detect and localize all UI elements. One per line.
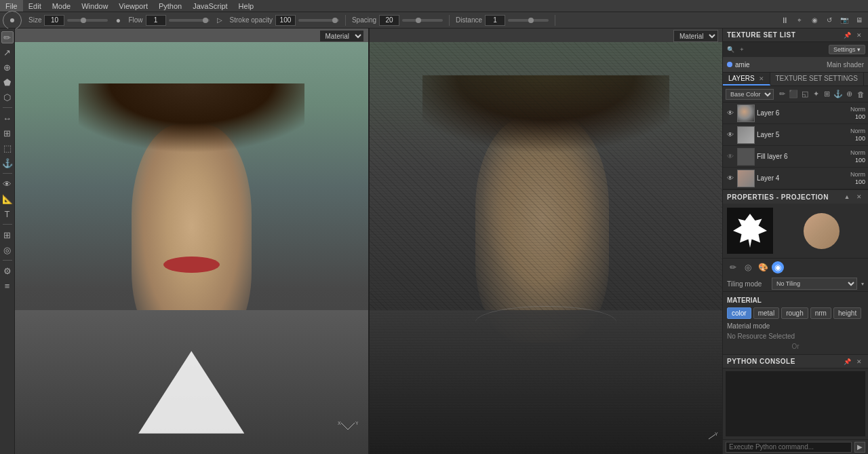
- spacing-slider[interactable]: [402, 19, 443, 22]
- layers-effect-icon[interactable]: ✦: [812, 89, 821, 100]
- layer-item-fill-6[interactable]: 👁 Fill layer 6 Norm 100: [723, 146, 868, 168]
- layer-6-vis-icon[interactable]: 👁: [726, 109, 735, 118]
- tsl-item[interactable]: amie Main shader: [723, 57, 868, 72]
- viewport-right-dropdown[interactable]: Material: [673, 30, 718, 42]
- eye-tool[interactable]: 👁: [1, 178, 14, 190]
- measure-tool[interactable]: 📐: [1, 193, 14, 205]
- polygon-tool[interactable]: ⬡: [1, 91, 14, 103]
- brush-shape: [733, 214, 767, 248]
- properties-face-thumb: [804, 213, 840, 249]
- menu-help[interactable]: Help: [233, 0, 260, 12]
- paint-tool[interactable]: ✏: [1, 31, 14, 43]
- properties-icons-row: ✏ ◎ 🎨 ◉: [723, 258, 868, 276]
- transform-tool[interactable]: ↔: [1, 112, 14, 124]
- layers-tool[interactable]: ≡: [1, 280, 14, 292]
- layers-anchor-icon[interactable]: ⚓: [833, 89, 843, 100]
- tsl-add-icon[interactable]: +: [737, 45, 747, 54]
- mat-tag-metal[interactable]: metal: [753, 307, 779, 319]
- smudge-tool[interactable]: ↗: [1, 46, 14, 58]
- layer-item-5[interactable]: 👁 Layer 5 Norm 100: [723, 124, 868, 146]
- python-run-btn[interactable]: ▶: [854, 442, 865, 453]
- brush-settings-icon[interactable]: ⌖: [793, 14, 806, 26]
- properties-close-icon[interactable]: ✕: [854, 192, 864, 202]
- layers-add-fill-icon[interactable]: ⬛: [789, 89, 798, 100]
- selection-tool[interactable]: ⬚: [1, 142, 14, 154]
- menu-file[interactable]: File: [0, 0, 23, 12]
- canvas-right-bg[interactable]: Y: [370, 29, 723, 454]
- fill-tool[interactable]: ⬟: [1, 76, 14, 88]
- layer-6-opacity: 100: [855, 113, 865, 120]
- anchor-tool[interactable]: ⚓: [1, 157, 14, 169]
- text-tool[interactable]: T: [1, 208, 14, 220]
- tsl-search-icon[interactable]: 🔍: [726, 45, 735, 54]
- size-slider[interactable]: [67, 19, 108, 22]
- history-icon[interactable]: ↺: [823, 14, 835, 26]
- svg-line-1: [341, 423, 348, 430]
- tab-layers[interactable]: LAYERS ✕: [723, 73, 770, 86]
- texture-set-close-icon[interactable]: ✕: [854, 31, 864, 40]
- canvas-area: Material: [15, 29, 722, 454]
- flow-icon[interactable]: ▷: [214, 14, 226, 26]
- spacing-input[interactable]: [379, 15, 399, 26]
- menu-window[interactable]: Window: [76, 0, 113, 12]
- color-icon[interactable]: ◉: [808, 14, 821, 26]
- tab-texture-set-settings[interactable]: TEXTURE SET SETTINGS: [770, 73, 865, 86]
- menu-viewport[interactable]: Viewport: [113, 0, 153, 12]
- monitor-icon[interactable]: 🖥: [853, 14, 865, 26]
- properties-title: PROPERTIES - PROJECTION: [727, 193, 829, 201]
- flow-slider[interactable]: [169, 19, 210, 22]
- prop-circle-icon[interactable]: ◎: [742, 261, 754, 273]
- tsl-item-shader: Main shader: [827, 61, 864, 69]
- crop-tool[interactable]: ⊞: [1, 127, 14, 139]
- properties-collapse-icon[interactable]: ▲: [842, 192, 852, 202]
- layer-4-vis-icon[interactable]: 👁: [726, 174, 735, 183]
- settings-tool[interactable]: ⚙: [1, 265, 14, 277]
- clone-tool[interactable]: ⊕: [1, 61, 14, 73]
- layers-delete-icon[interactable]: 🗑: [856, 89, 865, 100]
- canvas-left-bg[interactable]: Y X: [15, 29, 368, 454]
- layers-instance-icon[interactable]: ⊕: [845, 89, 854, 100]
- tiling-dropdown[interactable]: No Tiling: [772, 278, 857, 290]
- layers-group-icon[interactable]: ⊞: [823, 89, 831, 100]
- layer-item-4[interactable]: 👁 Layer 4 Norm 100: [723, 168, 868, 189]
- fill-layer-6-vis-icon[interactable]: 👁: [726, 152, 735, 162]
- menu-python[interactable]: Python: [153, 0, 187, 12]
- mat-tag-nrm[interactable]: nrm: [810, 307, 831, 319]
- layers-blend-dropdown[interactable]: Base Color: [726, 89, 774, 100]
- layers-mask-icon[interactable]: ◱: [800, 89, 809, 100]
- distance-slider[interactable]: [508, 19, 549, 22]
- layer-5-blend: Norm: [850, 128, 865, 134]
- mat-tag-color[interactable]: color: [727, 307, 751, 319]
- stroke-opacity-input[interactable]: [275, 15, 296, 26]
- layer-4-blend: Norm: [850, 171, 865, 178]
- size-input[interactable]: [44, 15, 64, 26]
- python-close-icon[interactable]: ✕: [854, 357, 864, 366]
- flow-input[interactable]: [146, 15, 166, 26]
- prop-color-icon[interactable]: 🎨: [757, 261, 769, 273]
- prop-texture-icon[interactable]: ◉: [772, 261, 784, 273]
- python-input[interactable]: [726, 442, 852, 453]
- menu-mode[interactable]: Mode: [47, 0, 77, 12]
- tab-layers-close[interactable]: ✕: [759, 75, 764, 82]
- layers-add-paint-icon[interactable]: ✏: [778, 89, 787, 100]
- mat-tag-rough[interactable]: rough: [781, 307, 808, 319]
- texture-set-pin-icon[interactable]: 📌: [842, 31, 852, 40]
- environment-tool[interactable]: ◎: [1, 244, 14, 256]
- python-pin-icon[interactable]: 📌: [842, 357, 852, 366]
- camera-icon[interactable]: 📷: [838, 14, 850, 26]
- tsl-settings-btn[interactable]: Settings ▾: [829, 45, 865, 54]
- menu-javascript[interactable]: JavaScript: [187, 0, 233, 12]
- layer-item-6[interactable]: 👁 Layer 6 Norm 100: [723, 102, 868, 124]
- viewport-left-dropdown[interactable]: Material: [319, 30, 364, 42]
- stroke-opacity-slider[interactable]: [298, 19, 339, 22]
- tool-sep-2: [3, 173, 12, 174]
- menu-edit[interactable]: Edit: [23, 0, 47, 12]
- pause-icon[interactable]: ⏸: [778, 14, 791, 26]
- grid-tool[interactable]: ⊞: [1, 229, 14, 241]
- material-or-row: Or: [723, 341, 868, 352]
- prop-brush-icon[interactable]: ✏: [727, 261, 739, 273]
- layer-5-vis-icon[interactable]: 👁: [726, 130, 735, 140]
- distance-input[interactable]: [485, 15, 505, 26]
- mat-tag-height[interactable]: height: [833, 307, 861, 319]
- brush-type-icon[interactable]: ●: [112, 14, 124, 26]
